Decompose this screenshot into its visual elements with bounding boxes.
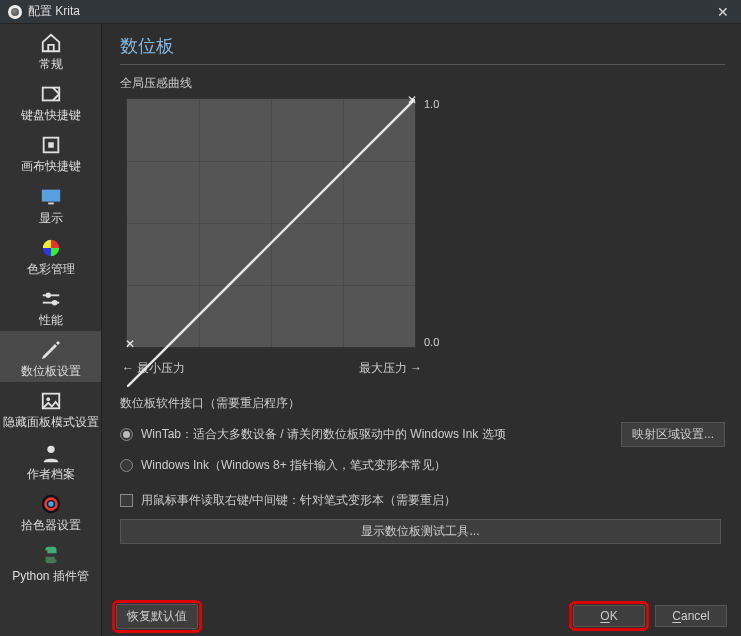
sidebar-item-label: 键盘快捷键 bbox=[21, 109, 81, 122]
sidebar-item-label: 性能 bbox=[39, 314, 63, 327]
canvas-shortcut-icon bbox=[37, 132, 65, 158]
sidebar-item-10[interactable]: Python 插件管 bbox=[0, 536, 101, 587]
keyboard-shortcut-icon bbox=[37, 81, 65, 107]
page-title: 数位板 bbox=[120, 34, 725, 65]
curve-section-label: 全局压感曲线 bbox=[120, 75, 725, 92]
sidebar-item-1[interactable]: 键盘快捷键 bbox=[0, 75, 101, 126]
curve-line bbox=[127, 99, 415, 387]
svg-point-12 bbox=[47, 445, 54, 452]
svg-rect-0 bbox=[42, 88, 59, 101]
sidebar-item-label: 常规 bbox=[39, 58, 63, 71]
svg-rect-4 bbox=[48, 202, 54, 204]
svg-rect-3 bbox=[41, 189, 59, 201]
sidebar-item-3[interactable]: 显示 bbox=[0, 178, 101, 229]
color-wheel-icon bbox=[37, 235, 65, 261]
cancel-button[interactable]: Cancel bbox=[655, 605, 727, 627]
sidebar-item-9[interactable]: 拾色器设置 bbox=[0, 485, 101, 536]
api-section-label: 数位板软件接口（需要重启程序） bbox=[120, 395, 725, 412]
svg-line-16 bbox=[127, 99, 415, 387]
svg-point-7 bbox=[45, 293, 51, 299]
main-panel: 数位板 全局压感曲线 ✕ ✕ 1.0 0.0 ← 最小压力 bbox=[102, 24, 741, 636]
show-test-tool-button[interactable]: 显示数位板测试工具... bbox=[120, 519, 721, 544]
person-icon bbox=[37, 440, 65, 466]
sidebar-item-label: 隐藏面板模式设置 bbox=[3, 416, 99, 429]
radio-windows-ink-label: Windows Ink（Windows 8+ 指针输入，笔式变形本常见） bbox=[141, 457, 446, 474]
tick-min: 0.0 bbox=[424, 336, 439, 348]
sidebar-item-4[interactable]: 色彩管理 bbox=[0, 229, 101, 280]
map-area-button[interactable]: 映射区域设置... bbox=[621, 422, 725, 447]
color-picker-icon bbox=[37, 491, 65, 517]
radio-wintab[interactable] bbox=[120, 428, 133, 441]
sidebar-item-8[interactable]: 作者档案 bbox=[0, 434, 101, 485]
sliders-icon bbox=[37, 286, 65, 312]
sidebar-item-2[interactable]: 画布快捷键 bbox=[0, 126, 101, 177]
sidebar-item-label: 显示 bbox=[39, 212, 63, 225]
sidebar-item-label: 画布快捷键 bbox=[21, 160, 81, 173]
image-icon bbox=[37, 388, 65, 414]
close-button[interactable]: ✕ bbox=[713, 2, 733, 22]
y-tick-labels: 1.0 0.0 bbox=[424, 98, 439, 348]
svg-point-11 bbox=[46, 398, 50, 402]
svg-point-9 bbox=[51, 300, 56, 306]
svg-rect-2 bbox=[48, 143, 54, 149]
ok-button[interactable]: OK bbox=[573, 605, 645, 627]
pressure-curve-editor[interactable]: ✕ ✕ bbox=[126, 98, 416, 348]
titlebar: 配置 Krita ✕ bbox=[0, 0, 741, 24]
pen-icon bbox=[37, 337, 65, 363]
sidebar-item-label: 色彩管理 bbox=[27, 263, 75, 276]
checkbox-mouse-events[interactable] bbox=[120, 494, 133, 507]
sidebar-item-label: 拾色器设置 bbox=[21, 519, 81, 532]
home-icon bbox=[37, 30, 65, 56]
dialog-footer: 恢复默认值 OK Cancel bbox=[102, 596, 741, 636]
radio-wintab-label: WinTab：适合大多数设备 / 请关闭数位板驱动中的 Windows Ink … bbox=[141, 426, 506, 443]
radio-windows-ink[interactable] bbox=[120, 459, 133, 472]
window-title: 配置 Krita bbox=[28, 3, 713, 20]
sidebar: 常规键盘快捷键画布快捷键显示色彩管理性能数位板设置隐藏面板模式设置作者档案拾色器… bbox=[0, 24, 102, 636]
sidebar-item-5[interactable]: 性能 bbox=[0, 280, 101, 331]
sidebar-item-0[interactable]: 常规 bbox=[0, 24, 101, 75]
checkbox-mouse-events-label: 用鼠标事件读取右键/中间键：针对笔式变形本（需要重启） bbox=[141, 492, 456, 509]
restore-defaults-button[interactable]: 恢复默认值 bbox=[116, 604, 198, 629]
sidebar-item-7[interactable]: 隐藏面板模式设置 bbox=[0, 382, 101, 433]
tick-max: 1.0 bbox=[424, 98, 439, 110]
sidebar-item-label: Python 插件管 bbox=[12, 570, 89, 583]
sidebar-item-6[interactable]: 数位板设置 bbox=[0, 331, 101, 382]
python-icon bbox=[37, 542, 65, 568]
sidebar-item-label: 数位板设置 bbox=[21, 365, 81, 378]
app-icon bbox=[8, 5, 22, 19]
display-icon bbox=[37, 184, 65, 210]
svg-point-15 bbox=[48, 501, 54, 507]
sidebar-item-label: 作者档案 bbox=[27, 468, 75, 481]
